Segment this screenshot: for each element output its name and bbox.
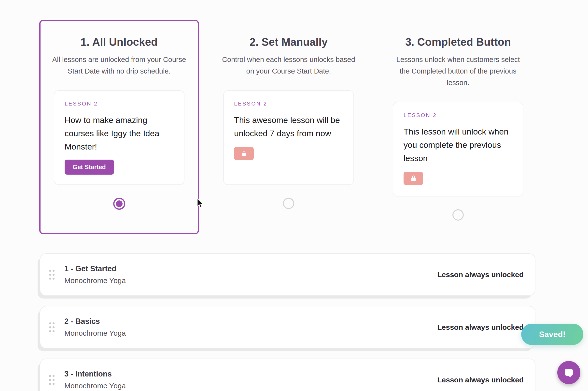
lesson-row-1[interactable]: 1 - Get Started Monochrome Yoga Lesson a…: [40, 253, 535, 296]
option-description: Control when each lessons unlocks based …: [222, 54, 356, 77]
locked-button[interactable]: [234, 147, 254, 160]
get-started-button[interactable]: Get Started: [65, 160, 114, 175]
lesson-unlock-status: Lesson always unlocked: [437, 323, 524, 331]
lesson-preview-title: This awesome lesson will be unlocked 7 d…: [234, 113, 343, 140]
lesson-list: 1 - Get Started Monochrome Yoga Lesson a…: [40, 253, 535, 391]
lesson-unlock-status: Lesson always unlocked: [437, 376, 524, 384]
lesson-row-subtitle: Monochrome Yoga: [64, 382, 126, 390]
radio-set-manually[interactable]: [283, 198, 294, 209]
lesson-preview-title: This lesson will unlock when you complet…: [403, 125, 513, 165]
lesson-unlock-status: Lesson always unlocked: [437, 271, 524, 279]
lesson-row-title: 1 - Get Started: [64, 264, 126, 273]
option-title: 2. Set Manually: [209, 36, 368, 48]
lesson-row-2[interactable]: 2 - Basics Monochrome Yoga Lesson always…: [40, 306, 535, 348]
lesson-row-title: 2 - Basics: [64, 317, 126, 326]
chat-bubble-icon: [563, 366, 575, 379]
lesson-number-label: LESSON 2: [234, 100, 343, 107]
radio-completed-button[interactable]: [453, 209, 464, 221]
drip-options-group: 1. All Unlocked All lessons are unlocked…: [39, 20, 538, 234]
lesson-row-title: 3 - Intentions: [64, 370, 126, 379]
saved-toast: Saved!: [521, 324, 583, 345]
option-description: Lessons unlock when customers select the…: [391, 54, 525, 89]
option-description: All lessons are unlocked from your Cours…: [52, 54, 186, 77]
locked-button[interactable]: [403, 172, 423, 185]
option-title: 1. All Unlocked: [41, 36, 198, 48]
lock-icon: [410, 175, 417, 182]
drag-handle-icon[interactable]: [49, 270, 55, 280]
radio-all-unlocked-selected[interactable]: [113, 198, 125, 210]
lesson-preview-card: LESSON 2 How to make amazing courses lik…: [54, 90, 185, 185]
lesson-number-label: LESSON 2: [403, 112, 513, 118]
lock-icon: [241, 150, 247, 157]
saved-toast-label: Saved!: [539, 330, 565, 339]
lesson-row-3[interactable]: 3 - Intentions Monochrome Yoga Lesson al…: [40, 359, 535, 391]
lesson-preview-card: LESSON 2 This lesson will unlock when yo…: [393, 102, 523, 196]
lesson-number-label: LESSON 2: [65, 100, 174, 107]
drag-handle-icon[interactable]: [49, 322, 55, 332]
option-card-set-manually[interactable]: 2. Set Manually Control when each lesson…: [209, 20, 368, 234]
lesson-row-subtitle: Monochrome Yoga: [64, 276, 126, 285]
drag-handle-icon[interactable]: [49, 375, 55, 385]
chat-launcher-button[interactable]: [557, 361, 580, 384]
lesson-preview-title: How to make amazing courses like Iggy th…: [65, 113, 174, 153]
lesson-row-subtitle: Monochrome Yoga: [64, 329, 126, 337]
radio-dot: [116, 200, 123, 207]
option-card-completed-button[interactable]: 3. Completed Button Lessons unlock when …: [378, 20, 538, 234]
option-card-all-unlocked[interactable]: 1. All Unlocked All lessons are unlocked…: [39, 20, 199, 234]
lesson-preview-card: LESSON 2 This awesome lesson will be unl…: [223, 90, 354, 185]
option-title: 3. Completed Button: [378, 36, 538, 48]
